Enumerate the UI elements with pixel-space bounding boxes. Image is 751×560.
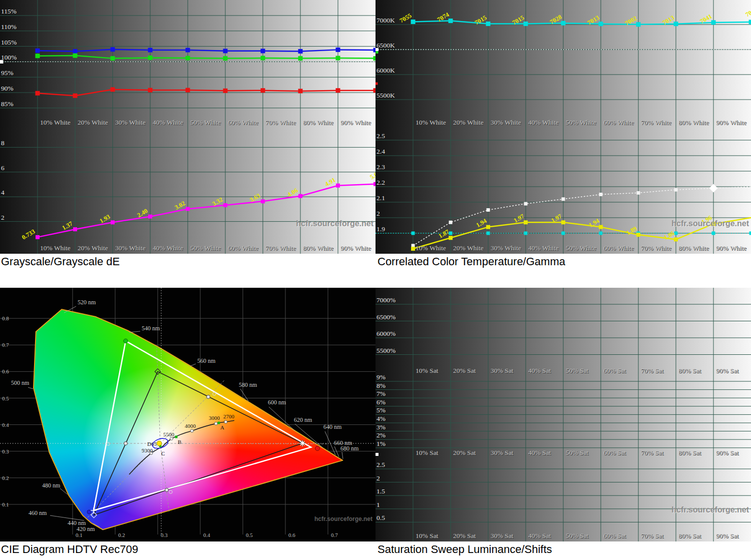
category-label: 30% White bbox=[491, 119, 521, 126]
y-tick-label: 100% bbox=[1, 54, 17, 61]
x-tick-label: 0.5 bbox=[246, 532, 253, 538]
data-point-marker bbox=[449, 19, 453, 23]
y-tick-label: 1.5 bbox=[377, 487, 385, 495]
gamma-reference-marker bbox=[412, 232, 415, 235]
y-tick-label: 4 bbox=[1, 189, 5, 196]
category-label: 90% Sat bbox=[716, 532, 739, 539]
y-tick-label: 2 bbox=[1, 214, 5, 221]
data-point-marker bbox=[486, 225, 490, 229]
illuminant-label: 9300 bbox=[142, 447, 153, 453]
watermark: hcfr.sourceforge.net bbox=[644, 219, 749, 228]
category-label: 60% Sat bbox=[603, 532, 626, 539]
grayscale-plot: 115%115%110%110%105%105%100%100%95%95%90… bbox=[0, 0, 376, 254]
category-label: 30% Sat bbox=[491, 449, 514, 456]
illuminant-A-marker bbox=[218, 422, 220, 424]
data-point-marker bbox=[298, 56, 303, 61]
y-tick-label: 6500% bbox=[377, 313, 396, 321]
data-point-marker bbox=[674, 22, 678, 26]
y-tick-label: 7% bbox=[377, 390, 386, 397]
wavelength-label: 640 nm bbox=[323, 423, 342, 430]
y-tick-label: 9% bbox=[377, 373, 386, 381]
data-point-marker bbox=[599, 22, 603, 26]
wavelength-leader-line bbox=[342, 452, 343, 459]
category-label: 20% White bbox=[78, 119, 108, 126]
wavelength-leader-line bbox=[28, 387, 33, 389]
category-label: 60% Sat bbox=[603, 449, 626, 456]
y-tick-label: 2 bbox=[377, 474, 380, 482]
cie-overlay: 0.10.20.30.40.50.60.70.80.70.60.50.40.30… bbox=[0, 288, 376, 541]
data-point-marker bbox=[111, 220, 115, 224]
category-label: 80% Sat bbox=[678, 367, 701, 374]
category-label: 80% White bbox=[678, 119, 709, 126]
data-point-marker bbox=[73, 49, 78, 54]
category-label: 60% White bbox=[603, 244, 634, 252]
category-label: 70% Sat bbox=[641, 532, 664, 539]
x-tick-label: 0.4 bbox=[203, 532, 210, 538]
wavelength-label: 480 nm bbox=[42, 482, 61, 489]
category-label: 40% Sat bbox=[528, 532, 551, 539]
y-tick-label: 8 bbox=[1, 139, 5, 147]
y-tick-label: 5500% bbox=[377, 347, 396, 354]
y-tick-label: 0.7 bbox=[2, 342, 9, 348]
y-tick-label: 90% bbox=[1, 85, 14, 92]
y-tick-label: 6000% bbox=[377, 330, 396, 337]
data-label: 7002 bbox=[624, 15, 638, 27]
panel-grayscale: 115%115%110%110%105%105%100%100%95%95%90… bbox=[0, 0, 376, 254]
data-point-marker bbox=[336, 184, 340, 188]
x-tick-label: 0.3 bbox=[161, 532, 168, 538]
data-point-marker bbox=[148, 48, 153, 52]
x-tick-label: 0.6 bbox=[288, 532, 295, 538]
y-tick-label: 3% bbox=[377, 423, 386, 431]
y-tick-label: 5% bbox=[377, 406, 386, 414]
data-point-marker bbox=[487, 208, 490, 212]
category-label: 50% Sat bbox=[566, 532, 589, 539]
category-label: 70% White bbox=[641, 244, 671, 252]
hcfr-charts-page: 115%115%110%110%105%105%100%100%95%95%90… bbox=[0, 0, 751, 560]
y-tick-label: 115% bbox=[1, 8, 17, 15]
data-point-marker bbox=[36, 91, 40, 96]
y-tick-label: 0.5 bbox=[2, 395, 9, 401]
measured-blue-primary bbox=[87, 510, 91, 514]
edge-marker bbox=[376, 83, 378, 85]
data-point-marker bbox=[186, 48, 190, 52]
gamma-reference-marker bbox=[524, 232, 528, 235]
data-point-marker bbox=[749, 20, 751, 25]
chart-title-cct-gamma: Correlated Color Temperature/Gamma bbox=[377, 255, 751, 270]
y-tick-label: 1 bbox=[377, 501, 380, 508]
data-point-marker bbox=[223, 89, 228, 93]
chart-title-grayscale: Grayscale/Grayscale dE bbox=[0, 255, 376, 270]
data-point-marker bbox=[411, 20, 416, 24]
reference-dash-lines bbox=[86, 348, 328, 519]
data-point-marker bbox=[449, 236, 453, 240]
y-tick-label: 6 bbox=[1, 164, 5, 172]
wavelength-label: 500 nm bbox=[11, 379, 30, 386]
measured-markers bbox=[87, 339, 320, 514]
y-tick-label: 2.1 bbox=[377, 194, 385, 202]
y-tick-label: 0.6 bbox=[2, 368, 9, 374]
category-label: 20% Sat bbox=[453, 449, 476, 456]
y-tick-label: 95% bbox=[1, 69, 14, 77]
data-point-marker bbox=[486, 22, 491, 26]
data-point-marker bbox=[148, 88, 153, 93]
category-label: 50% White bbox=[566, 244, 596, 252]
category-label: 90% Sat bbox=[716, 367, 739, 374]
series-blue-level bbox=[36, 47, 376, 54]
data-point-marker bbox=[636, 233, 640, 237]
x-tick-label: 0.1 bbox=[76, 532, 83, 538]
y-tick-label: 2.3 bbox=[377, 163, 385, 171]
y-tick-label: 110% bbox=[1, 23, 17, 31]
data-point-marker bbox=[36, 49, 40, 53]
data-point-marker bbox=[524, 220, 528, 224]
category-label: 90% White bbox=[340, 119, 371, 126]
category-label: 10% White bbox=[416, 119, 446, 126]
wavelength-label: 460 nm bbox=[29, 509, 47, 516]
wavelength-label: 520 nm bbox=[78, 299, 96, 306]
gamma-reference-marker bbox=[749, 232, 751, 235]
data-point-marker bbox=[298, 89, 303, 93]
watermark: hcfr.sourceforge.net bbox=[644, 505, 749, 514]
category-label: 40% White bbox=[153, 244, 183, 252]
x-tick-label: 0.2 bbox=[118, 532, 125, 538]
data-point-marker bbox=[186, 88, 190, 93]
category-label: 50% White bbox=[566, 119, 596, 126]
category-label: 50% Sat bbox=[566, 367, 589, 374]
